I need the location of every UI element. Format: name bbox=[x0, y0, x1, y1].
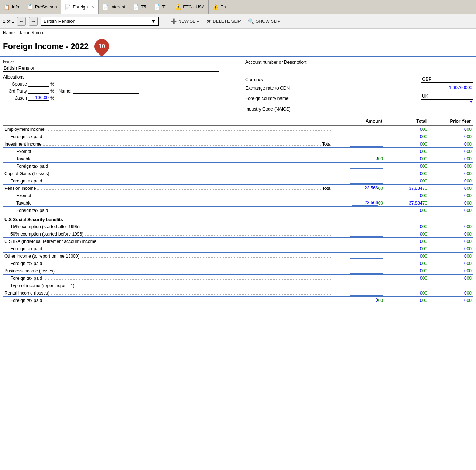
tab-info[interactable]: 📋 Info bbox=[0, 0, 23, 14]
amount-input-investment-taxable[interactable] bbox=[352, 156, 378, 161]
td-amount-rental-income[interactable] bbox=[333, 289, 384, 297]
td-amount-pension-foreign-tax[interactable] bbox=[333, 207, 384, 214]
amount-input-pension-income[interactable] bbox=[352, 185, 378, 191]
name-bar: Name: Jason Kinou bbox=[0, 29, 476, 37]
row-label-text: 50% exemption (started before 1996) bbox=[10, 231, 83, 237]
td-prior-emp-foreign-tax: 000 bbox=[429, 133, 473, 140]
total-main-ira-foreign-tax: 0 bbox=[420, 246, 422, 251]
td-amount-other-foreign-tax[interactable] bbox=[333, 260, 384, 267]
amount-input-empty-employment-income[interactable] bbox=[350, 126, 383, 132]
foreign-country-input[interactable] bbox=[421, 93, 473, 100]
amount-input-empty-investment-exempt[interactable] bbox=[350, 149, 383, 154]
td-amount-business-income[interactable] bbox=[333, 267, 384, 275]
amount-input-empty-other-income[interactable] bbox=[350, 253, 383, 259]
slip-dropdown[interactable]: British Pension ▼ bbox=[41, 17, 159, 26]
td-total-business-income: 000 bbox=[384, 267, 429, 275]
tab-t1[interactable]: 📄 T1 bbox=[150, 0, 171, 14]
td-label-type-of-income: Type of income (reporting on T1) bbox=[3, 282, 333, 289]
tab-foreign[interactable]: 📄 Foreign ✕ bbox=[61, 0, 99, 14]
delete-slip-button[interactable]: ✖ DELETE SLIP bbox=[205, 18, 242, 25]
row-dots bbox=[98, 243, 331, 243]
td-amount-ss-50pct[interactable] bbox=[333, 230, 384, 238]
amount-input-empty-type-of-income[interactable] bbox=[350, 283, 383, 288]
amount-input-empty-us-ira[interactable] bbox=[350, 239, 383, 244]
td-amount-pension-exempt[interactable] bbox=[333, 192, 384, 199]
amount-input-empty-rental-income[interactable] bbox=[350, 290, 383, 296]
total-main-other-income: 0 bbox=[420, 254, 422, 259]
td-amount-ira-foreign-tax[interactable] bbox=[333, 245, 384, 253]
row-label-text: Foreign tax paid bbox=[10, 134, 42, 139]
td-amount-investment-exempt[interactable] bbox=[333, 148, 384, 155]
third-party-input[interactable] bbox=[28, 88, 49, 94]
tab-foreign-close[interactable]: ✕ bbox=[91, 4, 94, 9]
row-dots bbox=[44, 138, 331, 138]
amount-input-empty-capital-gains[interactable] bbox=[350, 171, 383, 176]
amount-input-empty-pension-foreign-tax[interactable] bbox=[350, 208, 383, 213]
table-row: 50% exemption (started before 1996)00000… bbox=[3, 230, 473, 238]
row-label-text: Other income (to report on line 13000) bbox=[4, 254, 79, 259]
td-amount-us-ira[interactable] bbox=[333, 238, 384, 245]
amount-input-empty-investment-income[interactable] bbox=[350, 141, 383, 147]
nav-back-button[interactable]: ← bbox=[17, 17, 26, 26]
amount-input-empty-business-foreign-tax[interactable] bbox=[350, 275, 383, 281]
new-slip-button[interactable]: ➕ NEW SLIP bbox=[169, 18, 201, 25]
name-value: Jason Kinou bbox=[19, 30, 43, 35]
amount-input-empty-investment-foreign-tax[interactable] bbox=[350, 163, 383, 169]
td-amount-investment-taxable[interactable]: 00 bbox=[333, 155, 384, 163]
jason-input[interactable] bbox=[28, 95, 49, 101]
spouse-input[interactable] bbox=[28, 81, 49, 87]
amount-input-empty-emp-foreign-tax[interactable] bbox=[350, 134, 383, 139]
issuer-input[interactable] bbox=[3, 65, 219, 72]
exchange-rate-input[interactable] bbox=[421, 85, 473, 91]
amount-input-empty-ss-50pct[interactable] bbox=[350, 231, 383, 237]
td-amount-rental-foreign-tax[interactable]: 00 bbox=[333, 297, 384, 304]
td-amount-pension-taxable[interactable]: 00 bbox=[333, 199, 384, 207]
total-dec-ira-foreign-tax: 00 bbox=[422, 246, 427, 251]
td-amount-business-foreign-tax[interactable] bbox=[333, 275, 384, 282]
td-amount-employment-income[interactable] bbox=[333, 126, 384, 133]
table-row: Foreign tax paid000000 bbox=[3, 133, 473, 140]
amount-input-rental-foreign-tax[interactable] bbox=[352, 297, 378, 303]
td-total-pension-exempt: 000 bbox=[384, 192, 429, 199]
col-header-label bbox=[3, 117, 333, 126]
issuer-section: Issuer bbox=[3, 60, 231, 72]
amount-input-empty-capital-foreign-tax[interactable] bbox=[350, 178, 383, 184]
prior-main-business-income: 0 bbox=[464, 268, 467, 274]
prior-dec-investment-foreign-tax: 00 bbox=[467, 164, 472, 169]
industry-code-input[interactable] bbox=[421, 106, 473, 112]
td-label-employment-income: Employment income bbox=[3, 126, 333, 133]
td-amount-type-of-income[interactable] bbox=[333, 282, 384, 289]
tab-preseason[interactable]: 📋 PreSeason bbox=[23, 0, 61, 14]
currency-input[interactable] bbox=[421, 76, 473, 83]
name-input-alloc[interactable] bbox=[73, 88, 139, 94]
show-slip-button[interactable]: 🔍 SHOW SLIP bbox=[246, 18, 282, 25]
tab-t5[interactable]: 📄 T5 bbox=[129, 0, 150, 14]
total-main-emp-foreign-tax: 0 bbox=[420, 134, 422, 139]
total-dec-business-income: 00 bbox=[422, 268, 427, 274]
td-amount-pension-income[interactable]: 00 bbox=[333, 185, 384, 192]
amount-input-pension-taxable[interactable] bbox=[352, 200, 378, 206]
nav-forward-button[interactable]: → bbox=[29, 17, 38, 26]
amount-input-empty-ira-foreign-tax[interactable] bbox=[350, 246, 383, 251]
total-dec-rental-income: 00 bbox=[422, 290, 427, 296]
td-amount-emp-foreign-tax[interactable] bbox=[333, 133, 384, 140]
td-amount-other-income[interactable] bbox=[333, 253, 384, 260]
td-label-other-income: Other income (to report on line 13000) bbox=[3, 253, 333, 260]
tab-interest[interactable]: 📄 Interest bbox=[99, 0, 129, 14]
td-amount-capital-gains[interactable] bbox=[333, 170, 384, 177]
td-amount-investment-income[interactable] bbox=[333, 140, 384, 148]
amount-input-empty-ss-15pct[interactable] bbox=[350, 224, 383, 229]
td-amount-ss-15pct[interactable] bbox=[333, 223, 384, 230]
td-amount-investment-foreign-tax[interactable] bbox=[333, 163, 384, 170]
amount-input-empty-other-foreign-tax[interactable] bbox=[350, 261, 383, 266]
prior-main-business-foreign-tax: 0 bbox=[464, 276, 467, 281]
tab-en[interactable]: ⚠️ En... bbox=[209, 0, 234, 14]
account-input[interactable] bbox=[245, 67, 319, 73]
prior-dec-emp-foreign-tax: 00 bbox=[467, 134, 472, 139]
total-dec-investment-foreign-tax: 00 bbox=[422, 164, 427, 169]
total-dec-rental-foreign-tax: 00 bbox=[422, 298, 427, 303]
amount-input-empty-pension-exempt[interactable] bbox=[350, 193, 383, 198]
tab-ftc-usa[interactable]: ⚠️ FTC - USA bbox=[171, 0, 209, 14]
td-amount-capital-foreign-tax[interactable] bbox=[333, 177, 384, 185]
amount-input-empty-business-income[interactable] bbox=[350, 268, 383, 274]
